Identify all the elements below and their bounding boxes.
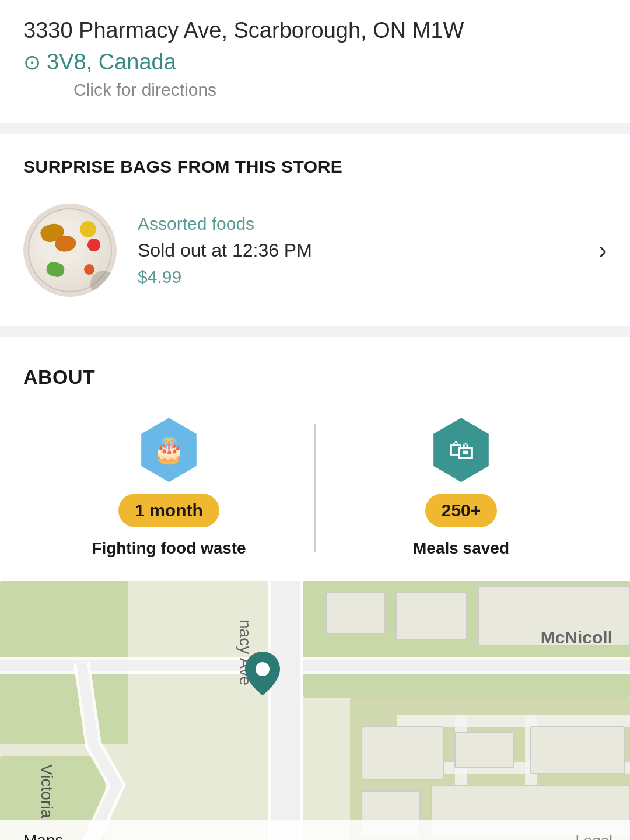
stat-fighting-food-waste: 🎂 1 month Fighting food waste [35,418,303,558]
map-svg [0,581,630,840]
address-section: 3330 Pharmacy Ave, Scarborough, ON M1W ⊙… [0,0,630,123]
bag-icon: 🛍 [449,435,474,464]
stat-meals-saved: 🛍 250+ Meals saved [327,418,595,558]
hex-shape-blue: 🎂 [137,418,201,482]
bag-name: Assorted foods [138,214,587,234]
bag-price: $4.99 [138,267,587,287]
svg-rect-16 [455,733,513,768]
food-item-6 [84,264,94,275]
surprise-bags-title: SURPRISE BAGS FROM THIS STORE [23,157,607,177]
hex-badge-bag: 🛍 [429,418,494,482]
hex-shape-teal: 🛍 [429,418,494,482]
location-icon: ⊙ [23,50,41,75]
svg-rect-8 [397,715,630,727]
map-section[interactable]: McNicoll nacy Ave Victoria Maps Legal [0,581,630,840]
stat-divider [314,424,316,552]
map-bottom-bar: Maps Legal [0,820,630,840]
legal-link[interactable]: Legal [575,832,612,840]
cake-icon: 🎂 [153,435,185,465]
food-item-5 [45,261,65,279]
food-item-3 [80,221,96,237]
bag-item[interactable]: Assorted foods Sold out at 12:36 PM $4.9… [23,198,607,303]
svg-rect-13 [397,593,467,639]
address-line1: 3330 Pharmacy Ave, Scarborough, ON M1W [23,18,607,44]
svg-rect-5 [0,660,630,671]
stat-label-meals: Meals saved [413,539,509,558]
section-divider-2 [0,326,630,337]
about-section: ABOUT 🎂 1 month Fighting food waste 🛍 25… [0,337,630,581]
map-label-mcnicoll: McNicoll [541,628,612,648]
stat-label-food-waste: Fighting food waste [92,539,246,558]
bag-chevron-icon: › [599,237,607,264]
map-container: McNicoll nacy Ave Victoria Maps Legal [0,581,630,840]
svg-rect-17 [531,727,624,774]
svg-rect-15 [362,727,443,779]
surprise-bags-section: SURPRISE BAGS FROM THIS STORE Assorted f… [0,134,630,326]
stat-badge-meals: 250+ [425,494,498,527]
food-plate-illustration [23,204,117,297]
stat-badge-month: 1 month [118,494,219,527]
directions-link[interactable]: Click for directions [74,80,216,100]
maps-text: Maps [23,831,63,840]
bag-soldout: Sold out at 12:36 PM [138,240,587,261]
bag-image [23,204,117,297]
svg-rect-12 [327,593,385,634]
address-line2: 3V8, Canada [47,49,216,76]
map-label-victoria: Victoria [37,764,56,818]
svg-rect-7 [271,581,300,840]
section-divider-1 [0,123,630,134]
plate-shadow [90,271,117,297]
food-item-4 [88,239,100,251]
stats-row: 🎂 1 month Fighting food waste 🛍 250+ Mea… [23,418,607,558]
apple-maps-logo: Maps [18,831,63,840]
about-title: ABOUT [23,366,607,388]
map-pin [245,652,280,698]
bag-info: Assorted foods Sold out at 12:36 PM $4.9… [138,214,587,287]
hex-badge-cake: 🎂 [137,418,201,482]
svg-point-20 [256,662,270,676]
